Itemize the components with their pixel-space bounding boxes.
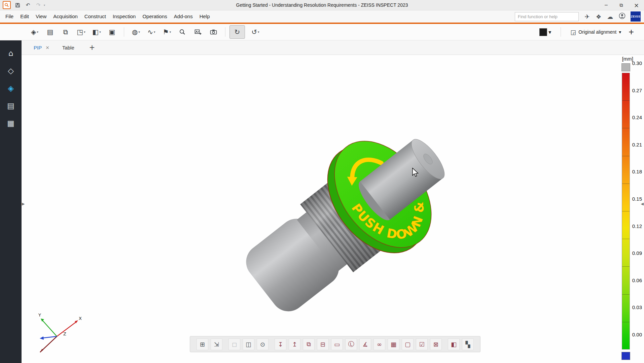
angle-dimension-button[interactable]: ∡: [359, 338, 371, 350]
shaded-view-button[interactable]: ◈▾: [27, 25, 42, 39]
frame-label-button[interactable]: ▭: [331, 338, 343, 350]
chevron-down-icon[interactable]: ▾: [619, 29, 621, 35]
redo-icon: ↷: [35, 1, 42, 9]
remove-labels-button[interactable]: ⊠: [430, 338, 442, 350]
tab-table-label: Table: [62, 45, 74, 51]
sidebar-workspace-mesh[interactable]: ◇: [0, 62, 22, 79]
section-view-button[interactable]: ◳▾: [73, 25, 89, 39]
menu-item[interactable]: Inspection: [109, 10, 139, 23]
tab-close-icon[interactable]: ×: [45, 45, 49, 50]
label-beside-button[interactable]: ⊟: [317, 338, 329, 350]
stage-copy-button[interactable]: ⧉: [58, 25, 73, 39]
z-axis-label: Z: [63, 331, 66, 336]
sidebar-workspace-inspection[interactable]: ◈: [0, 79, 22, 97]
addons-store-icon[interactable]: ❖: [595, 13, 602, 20]
chevron-down-icon[interactable]: ▾: [37, 30, 38, 34]
chevron-down-icon[interactable]: ▾: [138, 30, 140, 34]
globe-rotate-button[interactable]: ◍▾: [128, 25, 144, 39]
menu-item[interactable]: File: [2, 10, 17, 23]
exposure-view-icon: ◧: [92, 28, 99, 36]
grid-view-button[interactable]: ⊞: [196, 338, 208, 350]
inspection-model[interactable]: PUSH DOWN & TU: [22, 55, 644, 363]
cloud-sync-icon[interactable]: ☁: [606, 13, 614, 20]
exposure-view-button[interactable]: ◧▾: [89, 25, 104, 39]
recalculate-button[interactable]: ↻: [229, 25, 245, 39]
compact-labels-button[interactable]: ▢: [402, 338, 414, 350]
link-labels-button[interactable]: ∞: [373, 338, 385, 350]
menu-item[interactable]: View: [32, 10, 50, 23]
account-avatar-icon[interactable]: [618, 12, 626, 21]
undo-icon[interactable]: ↶: [24, 1, 32, 9]
expand-left-panel-arrow[interactable]: ▶: [22, 202, 25, 206]
menu-item[interactable]: Acquisition: [50, 10, 81, 23]
zoom-button[interactable]: [175, 25, 190, 39]
chevron-down-icon[interactable]: ▾: [154, 30, 155, 34]
stage-copy-icon: ⧉: [63, 28, 68, 36]
fit-to-window-button[interactable]: ⇲: [211, 338, 222, 350]
layers-button[interactable]: ▤: [42, 25, 58, 39]
menu-item[interactable]: Construct: [81, 10, 109, 23]
chevron-down-icon[interactable]: ▾: [258, 30, 259, 34]
split-compare-button[interactable]: ◫: [243, 338, 254, 350]
restore-button[interactable]: ⧉: [614, 0, 629, 10]
toolbar-separator: [225, 27, 225, 37]
menu-item[interactable]: Add-ons: [171, 10, 196, 23]
sidebar-apps[interactable]: ▦: [0, 114, 22, 132]
zeiss-inspect-app-icon: [3, 1, 11, 9]
send-feedback-icon[interactable]: ✈: [583, 13, 591, 20]
tab-pip[interactable]: PIP ×: [32, 41, 51, 55]
refresh-button[interactable]: ↺▾: [248, 25, 263, 39]
tab-table[interactable]: Table: [60, 41, 76, 55]
chevron-down-icon[interactable]: ▾: [170, 30, 171, 34]
legend-tick-labels: 0.300.270.240.210.180.150.120.090.060.03…: [632, 61, 642, 337]
viewport-toolbar: ⊞⇲ ◻◫⊙ ↧↥⧉⊟▭Ⓛ∡∞▦▢☑⊠ ◧▚: [190, 336, 480, 352]
flag-label-button[interactable]: ⚑▾: [159, 25, 175, 39]
sidebar-reports[interactable]: ▤: [0, 97, 22, 114]
menu-item[interactable]: Edit: [17, 10, 32, 23]
save-icon[interactable]: [14, 1, 21, 9]
globe-rotate-icon: ◍: [132, 28, 138, 36]
camera-button[interactable]: [206, 25, 221, 39]
background-color-button[interactable]: ▾: [539, 28, 551, 36]
minimize-button[interactable]: ─: [599, 0, 614, 10]
label-grid-button[interactable]: ⧉: [303, 338, 315, 350]
alignment-dropdown[interactable]: ◲ Original alignment ▾: [570, 29, 621, 36]
legend-label-button[interactable]: Ⓛ: [345, 338, 357, 350]
legend-tick: 0.00: [632, 332, 642, 337]
section-curve-button[interactable]: ∿▾: [144, 25, 159, 39]
titlebar: ↶ ↷ ▾ Getting Started - Understanding Re…: [0, 0, 644, 10]
chevron-down-icon[interactable]: ▾: [548, 29, 551, 35]
legend-tick: 0.30: [632, 61, 642, 66]
menu-item[interactable]: Help: [196, 10, 213, 23]
check-labels-button[interactable]: ☑: [416, 338, 428, 350]
clipping-icon: ▣: [109, 28, 115, 36]
menu-item[interactable]: Operations: [139, 10, 170, 23]
layers-icon: ▤: [47, 28, 53, 36]
function-search-input[interactable]: [515, 12, 579, 21]
snapshot-add-button[interactable]: [190, 25, 206, 39]
chevron-down-icon[interactable]: ▾: [84, 30, 85, 34]
sync-views-button[interactable]: ⊙: [257, 338, 269, 350]
chevron-down-icon[interactable]: ▾: [99, 30, 101, 34]
left-sidebar: ⌂ ◇ ◈ ▤ ▦: [0, 40, 22, 363]
table-labels-button[interactable]: ▦: [388, 338, 399, 350]
alignment-icon: ◲: [570, 29, 576, 36]
3d-viewport[interactable]: PUSH DOWN & TU: [22, 55, 644, 363]
legend-tick: 0.12: [632, 224, 642, 229]
redo-dropdown-icon[interactable]: ▾: [44, 4, 45, 7]
toolbar-separator: [561, 27, 561, 37]
legend-tick: 0.03: [632, 305, 642, 310]
expand-right-panel-arrow[interactable]: ◀: [641, 202, 644, 206]
label-above-button[interactable]: ↥: [289, 338, 300, 350]
label-below-button[interactable]: ↧: [275, 338, 286, 350]
sidebar-home[interactable]: ⌂: [0, 44, 22, 62]
section-curve-icon: ∿: [147, 28, 153, 36]
close-button[interactable]: ×: [629, 0, 644, 10]
add-tab-button[interactable]: +: [89, 44, 95, 51]
add-stage-button[interactable]: +: [627, 28, 636, 37]
clipping-button[interactable]: ▣: [104, 25, 120, 39]
swap-layout-button[interactable]: ◧: [448, 338, 460, 350]
legend-tick: 0.09: [632, 251, 642, 256]
quad-layout-button[interactable]: ▚: [462, 338, 474, 350]
restore-view-button[interactable]: ◻: [228, 338, 240, 350]
